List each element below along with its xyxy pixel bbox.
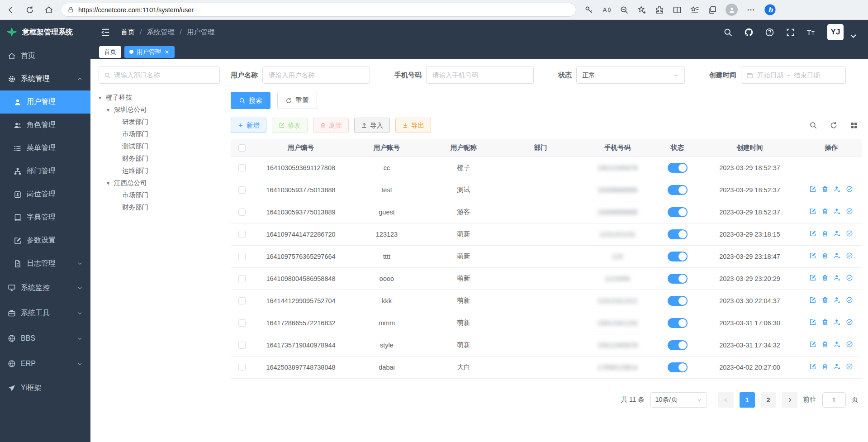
edit-row-button[interactable] (809, 274, 816, 281)
status-toggle[interactable] (668, 163, 688, 173)
status-toggle[interactable] (668, 296, 688, 306)
delete-row-button[interactable] (821, 296, 829, 304)
browser-profile-avatar[interactable] (726, 4, 738, 16)
help-icon[interactable] (765, 28, 774, 37)
import-button[interactable]: 导入 (354, 118, 390, 133)
table-search-icon[interactable] (809, 121, 817, 129)
sidebar-item-menu[interactable]: 菜单管理 (0, 137, 90, 160)
prev-page-button[interactable] (718, 392, 734, 408)
reset-password-button[interactable] (834, 274, 841, 281)
status-toggle[interactable] (668, 229, 688, 239)
breadcrumb-system[interactable]: 系统管理 (147, 28, 175, 37)
assign-role-button[interactable] (846, 208, 853, 215)
assign-role-button[interactable] (846, 230, 853, 237)
next-page-button[interactable] (782, 392, 797, 408)
split-screen-icon[interactable] (673, 5, 682, 14)
select-all-checkbox[interactable] (238, 144, 246, 152)
delete-row-button[interactable] (821, 318, 829, 326)
sidebar-fold-icon[interactable] (100, 27, 111, 38)
tree-caret-icon[interactable]: ▾ (99, 95, 106, 101)
username-input[interactable] (262, 67, 370, 84)
sidebar-item-monitor[interactable]: 系统监控 (0, 275, 90, 300)
sidebar-item-dict[interactable]: 字典管理 (0, 206, 90, 229)
font-size-icon[interactable] (806, 28, 816, 37)
sidebar-item-bbs[interactable]: BBS (0, 326, 90, 351)
edit-row-button[interactable] (809, 363, 816, 370)
tab-close-icon[interactable] (164, 49, 170, 55)
delete-row-button[interactable] (821, 341, 829, 348)
delete-row-button[interactable] (821, 274, 829, 281)
reset-password-button[interactable] (834, 318, 841, 326)
address-bar[interactable]: https://ccnetcore.com:1101/system/user (61, 3, 576, 17)
assign-role-button[interactable] (846, 341, 853, 348)
tab-home[interactable]: 首页 (99, 46, 121, 58)
tree-node[interactable]: ▾深圳总公司 (99, 104, 220, 116)
tab-user-management[interactable]: 用户管理 (124, 46, 175, 58)
edit-row-button[interactable] (809, 318, 816, 326)
status-toggle[interactable] (668, 252, 688, 261)
assign-role-button[interactable] (846, 363, 853, 370)
row-checkbox[interactable] (238, 231, 246, 238)
edit-row-button[interactable] (809, 185, 816, 193)
tree-node[interactable]: ▾财务部门 (99, 201, 220, 214)
dept-search-input[interactable] (114, 71, 214, 79)
extensions-icon[interactable] (655, 5, 664, 14)
goto-page-input[interactable] (822, 392, 846, 408)
tree-node[interactable]: ▾橙子科技 (99, 91, 220, 104)
edit-row-button[interactable] (809, 208, 816, 215)
reset-password-button[interactable] (834, 208, 841, 215)
user-avatar[interactable]: YJ (827, 24, 844, 40)
row-checkbox[interactable] (238, 297, 246, 304)
status-toggle[interactable] (668, 340, 688, 350)
collections-icon[interactable] (708, 5, 717, 14)
table-refresh-icon[interactable] (830, 121, 838, 129)
delete-button[interactable]: 删除 (313, 118, 349, 133)
sidebar-item-role[interactable]: 角色管理 (0, 114, 90, 137)
assign-role-button[interactable] (846, 185, 853, 193)
status-toggle[interactable] (668, 274, 688, 284)
sidebar-item-user[interactable]: 用户管理 (0, 90, 90, 114)
delete-row-button[interactable] (821, 363, 829, 370)
reset-password-button[interactable] (834, 296, 841, 304)
browser-refresh-icon[interactable] (25, 5, 34, 14)
sidebar-item-param[interactable]: 参数设置 (0, 229, 90, 252)
export-button[interactable]: 导出 (395, 118, 431, 133)
browser-back-icon[interactable] (6, 5, 15, 14)
reset-button[interactable]: 重置 (277, 92, 317, 109)
status-toggle[interactable] (668, 318, 688, 328)
sidebar-item-post[interactable]: 岗位管理 (0, 183, 90, 206)
modify-button[interactable]: 修改 (272, 118, 308, 133)
sidebar-item-erp[interactable]: ERP (0, 351, 90, 376)
reset-password-button[interactable] (834, 185, 841, 193)
search-button[interactable]: 搜索 (231, 92, 270, 109)
sidebar-item-home[interactable]: 首页 (0, 44, 90, 67)
table-columns-icon[interactable] (850, 121, 858, 129)
tree-caret-icon[interactable]: ▾ (107, 107, 114, 113)
date-range-picker[interactable]: 开始日期 - 结束日期 (741, 67, 846, 84)
delete-row-button[interactable] (821, 208, 829, 215)
assign-role-button[interactable] (846, 252, 853, 259)
delete-row-button[interactable] (821, 252, 829, 259)
browser-home-icon[interactable] (44, 5, 53, 14)
password-key-icon[interactable] (584, 5, 593, 14)
sidebar-item-tools[interactable]: 系统工具 (0, 300, 90, 326)
row-checkbox[interactable] (238, 209, 246, 216)
sidebar-item-dept[interactable]: 部门管理 (0, 160, 90, 183)
header-search-icon[interactable] (723, 28, 733, 37)
phone-input[interactable] (426, 67, 534, 84)
row-checkbox[interactable] (238, 342, 246, 349)
sidebar-item-log[interactable]: 日志管理 (0, 252, 90, 275)
edit-row-button[interactable] (809, 296, 816, 304)
page-button-2[interactable]: 2 (761, 392, 776, 408)
reset-password-button[interactable] (834, 252, 841, 259)
page-size-select[interactable]: 10条/页 (650, 392, 707, 408)
app-logo[interactable]: 意框架管理系统 (0, 20, 90, 44)
row-checkbox[interactable] (238, 186, 246, 194)
favorite-add-icon[interactable] (637, 5, 646, 14)
read-aloud-icon[interactable] (602, 5, 611, 14)
browser-menu-dots-icon[interactable] (746, 5, 755, 14)
avatar-dropdown-icon[interactable] (849, 31, 858, 41)
bing-chat-button[interactable] (764, 4, 776, 16)
add-button[interactable]: 新增 (231, 118, 266, 133)
status-select[interactable]: 正常 (576, 67, 685, 84)
